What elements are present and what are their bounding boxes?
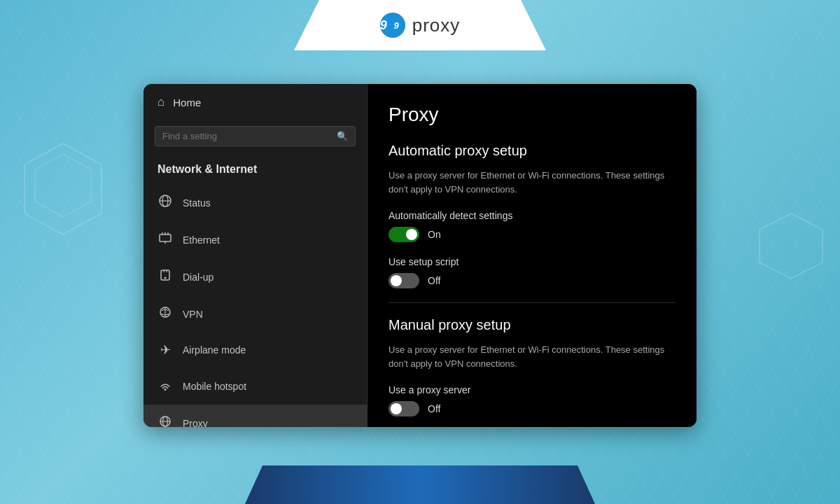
proxy-server-setting: Use a proxy server Off [388,384,676,416]
home-label: Home [173,97,201,108]
vpn-label: VPN [183,309,203,320]
ethernet-label: Ethernet [183,234,220,246]
setup-script-toggle-knob [391,275,402,286]
proxy-nav-label: Proxy [183,418,208,428]
status-icon [158,194,173,211]
search-box[interactable]: 🔍 [155,126,356,146]
manual-section-desc: Use a proxy server for Ethernet or Wi-Fi… [388,343,676,370]
setup-script-label: Use setup script [388,256,676,267]
search-input[interactable] [162,131,337,141]
auto-detect-label: Automatically detect settings [388,210,676,221]
auto-section-desc: Use a proxy server for Ethernet or Wi-Fi… [388,169,676,196]
sidebar-item-proxy[interactable]: Proxy [144,405,367,427]
bottom-banner [245,465,595,504]
hotspot-icon [158,377,173,395]
svg-text:9: 9 [393,20,399,31]
auto-detect-toggle[interactable] [388,227,419,242]
proxy-nav-icon [158,414,173,427]
dialup-label: Dial-up [183,272,214,283]
airplane-label: Airplane mode [183,344,246,356]
settings-window: ⌂ Home 🔍 Network & Internet Status [144,84,696,427]
sidebar-item-hotspot[interactable]: Mobile hotspot [144,368,367,405]
home-icon: ⌂ [158,95,164,109]
proxy-server-state: Off [428,403,440,414]
proxy-server-label: Use a proxy server [388,384,676,396]
auto-detect-setting: Automatically detect settings On [388,210,676,242]
main-content: Proxy Automatic proxy setup Use a proxy … [368,84,696,427]
search-icon: 🔍 [337,131,348,141]
auto-detect-state: On [428,229,441,240]
svg-point-19 [164,388,167,391]
svg-rect-8 [160,234,171,241]
setup-script-toggle[interactable] [388,273,419,288]
hotspot-label: Mobile hotspot [183,381,246,392]
top-banner: 9 proxy [294,0,546,50]
vpn-icon [158,305,173,323]
airplane-icon: ✈ [158,342,173,358]
proxy-server-toggle-knob [391,403,402,414]
proxy-logo-icon: 9 [380,13,405,38]
sidebar: ⌂ Home 🔍 Network & Internet Status [144,84,368,427]
hex-decoration-left [21,140,105,238]
svg-marker-0 [24,144,102,234]
page-title: Proxy [388,104,676,126]
svg-marker-2 [760,214,822,279]
home-nav-item[interactable]: ⌂ Home [144,84,367,120]
ethernet-icon [158,231,173,248]
svg-marker-1 [35,154,91,217]
sidebar-item-airplane[interactable]: ✈ Airplane mode [144,332,367,368]
svg-point-16 [164,277,167,279]
setup-script-state: Off [428,275,440,286]
proxy-server-toggle[interactable] [388,401,419,416]
section-label: Network & Internet [144,158,367,184]
sidebar-item-status[interactable]: Status [144,184,367,221]
setup-script-setting: Use setup script Off [388,256,676,288]
manual-section-title: Manual proxy setup [388,317,676,333]
brand-name: proxy [412,15,461,36]
sidebar-item-dialup[interactable]: Dial-up [144,258,367,295]
auto-section-title: Automatic proxy setup [388,143,676,159]
sidebar-item-ethernet[interactable]: Ethernet [144,221,367,258]
status-label: Status [183,197,211,209]
auto-detect-toggle-knob [406,229,417,240]
section-divider [388,302,676,303]
dialup-icon [158,268,173,286]
hex-decoration-right [756,210,826,290]
sidebar-item-vpn[interactable]: VPN [144,295,367,332]
